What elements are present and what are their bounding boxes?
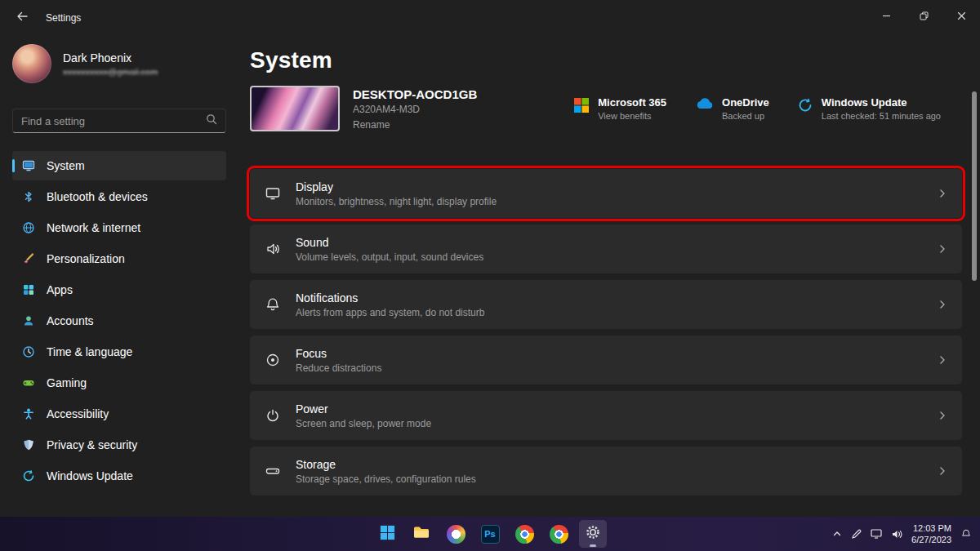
- restore-button[interactable]: [905, 0, 942, 33]
- main-content: System DESKTOP-AOCD1GB A320AM4-M3D Renam…: [238, 36, 980, 517]
- sidebar-item-apps[interactable]: Apps: [12, 275, 226, 304]
- notification-bell-icon[interactable]: [960, 528, 972, 540]
- controller-icon: [22, 376, 35, 389]
- pen-icon[interactable]: [851, 529, 862, 540]
- search-icon: [206, 113, 217, 128]
- notifications-icon: [265, 296, 281, 313]
- row-title: Focus: [296, 347, 381, 360]
- scrollbar-thumb[interactable]: [972, 91, 977, 281]
- row-title: Display: [296, 180, 497, 193]
- photoshop-icon: Ps: [481, 525, 500, 544]
- rename-button[interactable]: Rename: [353, 119, 477, 131]
- windows-update-card[interactable]: Windows Update Last checked: 51 minutes …: [797, 96, 941, 121]
- desktop-wallpaper-thumbnail: [250, 86, 340, 131]
- back-arrow-icon: [16, 11, 28, 25]
- row-title: Power: [296, 402, 431, 415]
- settings-row-focus[interactable]: Focus Reduce distractions: [250, 335, 962, 384]
- card-subtitle: Last checked: 51 minutes ago: [822, 111, 941, 121]
- sidebar-item-network-internet[interactable]: Network & internet: [12, 213, 226, 242]
- microsoft-365-icon: [573, 97, 590, 113]
- chevron-right-icon: [938, 411, 947, 420]
- system-tray: 12:03 PM 6/27/2023: [832, 517, 972, 551]
- settings-app-button[interactable]: [579, 520, 607, 548]
- close-button[interactable]: [942, 0, 980, 33]
- chevron-right-icon: [938, 300, 947, 309]
- globe-icon: [22, 221, 35, 234]
- search-input[interactable]: [21, 115, 206, 127]
- chevron-right-icon: [938, 355, 947, 365]
- sidebar-item-privacy-security[interactable]: Privacy & security: [12, 430, 226, 460]
- row-title: Storage: [296, 458, 476, 471]
- settings-list: Display Monitors, brightness, night ligh…: [250, 169, 962, 495]
- chrome-icon: [550, 525, 568, 544]
- taskbar-center-icons: Ps: [373, 520, 607, 548]
- sidebar-item-label: Gaming: [47, 376, 87, 389]
- apps-grid-icon: [22, 283, 35, 296]
- chevron-right-icon: [938, 466, 947, 476]
- window-controls: [867, 0, 980, 33]
- photoshop-button[interactable]: Ps: [476, 520, 504, 548]
- restore-icon: [920, 9, 929, 24]
- sidebar-item-label: Apps: [47, 283, 73, 296]
- onedrive-cloud-icon: [694, 97, 714, 111]
- volume-icon[interactable]: [891, 529, 902, 540]
- gear-icon: [585, 524, 601, 544]
- display-icon: [265, 185, 281, 202]
- focus-icon: [265, 352, 281, 368]
- sidebar-item-windows-update[interactable]: Windows Update: [12, 461, 226, 491]
- settings-row-notifications[interactable]: Notifications Alerts from apps and syste…: [250, 280, 962, 329]
- card-title: Microsoft 365: [598, 96, 666, 109]
- account-summary[interactable]: Dark Phoenix xxxxxxxxxx@gmail.com: [12, 44, 226, 83]
- file-explorer-button[interactable]: [408, 520, 435, 548]
- sidebar-item-label: Windows Update: [47, 469, 133, 482]
- browser-icon: [447, 525, 466, 544]
- sound-icon: [265, 241, 281, 257]
- tray-overflow-button[interactable]: [832, 529, 842, 539]
- minimize-button[interactable]: [867, 0, 905, 33]
- row-title: Notifications: [296, 291, 484, 304]
- chrome-2-button[interactable]: [545, 520, 572, 548]
- power-icon: [265, 407, 281, 424]
- start-button[interactable]: [373, 520, 401, 548]
- taskbar: Ps: [0, 517, 980, 551]
- settings-row-power[interactable]: Power Screen and sleep, power mode: [250, 391, 962, 440]
- bluetooth-icon: [22, 190, 35, 203]
- browser-button[interactable]: [442, 520, 470, 548]
- clock-time: 12:03 PM: [911, 522, 951, 534]
- sidebar-item-system[interactable]: System: [12, 151, 226, 180]
- clock-icon: [22, 345, 35, 358]
- sidebar-item-time-language[interactable]: Time & language: [12, 337, 226, 367]
- user-email: xxxxxxxxxx@gmail.com: [63, 67, 158, 77]
- accessibility-icon: [22, 407, 35, 420]
- back-button[interactable]: [7, 2, 38, 33]
- onedrive-card[interactable]: OneDrive Backed up: [694, 96, 769, 121]
- shield-icon: [22, 438, 35, 451]
- card-title: OneDrive: [722, 96, 769, 109]
- sidebar-item-personalization[interactable]: Personalization: [12, 244, 226, 273]
- settings-row-storage[interactable]: Storage Storage space, drives, configura…: [250, 447, 962, 495]
- system-monitor-icon: [22, 159, 35, 172]
- taskbar-clock[interactable]: 12:03 PM 6/27/2023: [911, 522, 951, 545]
- row-subtitle: Reduce distractions: [296, 362, 381, 374]
- sidebar-nav: System Bluetooth & devices Network & int…: [12, 151, 226, 491]
- chevron-right-icon: [938, 244, 947, 254]
- card-subtitle: Backed up: [722, 111, 769, 121]
- network-icon[interactable]: [871, 529, 882, 539]
- settings-row-sound[interactable]: Sound Volume levels, output, input, soun…: [250, 224, 962, 273]
- person-icon: [22, 314, 35, 327]
- folder-icon: [412, 523, 430, 544]
- sidebar-item-gaming[interactable]: Gaming: [12, 368, 226, 398]
- sidebar-item-accessibility[interactable]: Accessibility: [12, 399, 226, 429]
- page-title: System: [250, 47, 962, 73]
- sidebar-item-bluetooth-devices[interactable]: Bluetooth & devices: [12, 182, 226, 211]
- sidebar-item-accounts[interactable]: Accounts: [12, 306, 226, 335]
- device-name: DESKTOP-AOCD1GB: [353, 87, 477, 101]
- settings-row-display[interactable]: Display Monitors, brightness, night ligh…: [250, 169, 962, 218]
- status-cards: Microsoft 365 View benefits OneDrive Bac…: [573, 96, 941, 121]
- avatar: [12, 44, 51, 83]
- windows-start-icon: [379, 524, 396, 544]
- search-box[interactable]: [12, 109, 226, 133]
- microsoft-365-card[interactable]: Microsoft 365 View benefits: [573, 96, 666, 121]
- row-subtitle: Storage space, drives, configuration rul…: [296, 473, 476, 485]
- chrome-button[interactable]: [510, 520, 538, 548]
